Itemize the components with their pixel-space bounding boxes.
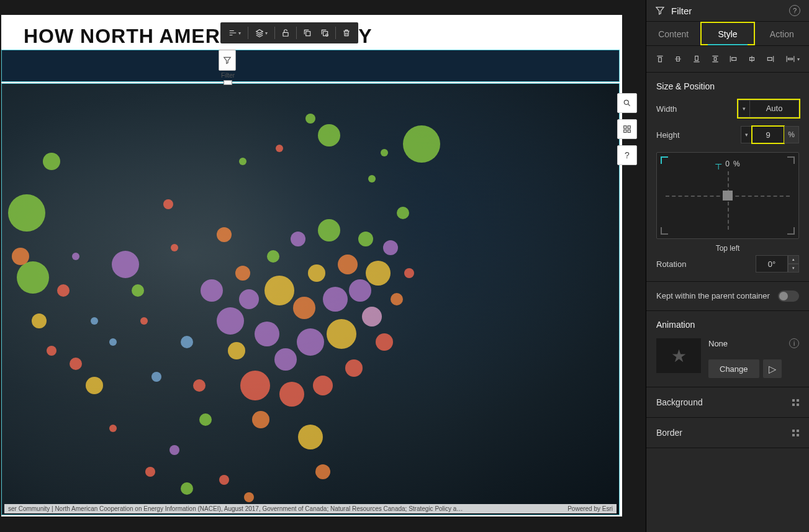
filter-icon[interactable] (219, 50, 236, 71)
map-bubble (318, 219, 340, 241)
anchor-top-left[interactable] (661, 156, 668, 164)
rotation-input[interactable] (756, 255, 788, 273)
height-input[interactable] (752, 126, 784, 143)
section-background[interactable]: Background (646, 387, 809, 418)
map-bubble (140, 317, 148, 325)
map-bubble (151, 372, 161, 382)
rotation-label: Rotation (656, 259, 756, 269)
design-canvas: HOW NORTH AMERICA ECTRICITY Filter ▾ ▾ s… (0, 0, 646, 532)
align-icon[interactable]: ▾ (224, 25, 245, 41)
height-unit[interactable]: % (784, 126, 799, 143)
map-bubble (349, 279, 371, 302)
map-bubble (217, 307, 244, 335)
align-right-icon[interactable] (762, 51, 779, 67)
anchor-top-right[interactable] (787, 156, 795, 164)
keep-within-toggle[interactable] (778, 291, 799, 302)
map-bubble (112, 251, 139, 278)
align-bottom-icon[interactable] (688, 51, 705, 67)
expand-grid-icon (792, 430, 799, 436)
map-bubble (240, 371, 270, 400)
anchor-bottom-left[interactable] (661, 227, 668, 235)
map-bubble (327, 319, 356, 349)
section-animation: Animation ★ None i Change ▷ (646, 311, 809, 387)
map-bubble (267, 250, 279, 263)
height-field[interactable]: ▾ % (741, 126, 799, 143)
map-bubble (313, 376, 333, 395)
selected-header-band[interactable] (1, 50, 620, 82)
info-icon[interactable]: i (789, 338, 799, 348)
map-bubble (57, 284, 70, 297)
map-bubble (43, 153, 60, 170)
map-bubble (297, 328, 324, 356)
map-bubble (145, 467, 155, 477)
width-value[interactable]: Auto (749, 100, 799, 117)
filter-widget-label: Filter (219, 72, 237, 79)
play-icon[interactable]: ▷ (763, 359, 782, 378)
map-bubble (403, 125, 440, 163)
align-hcenter-icon[interactable] (743, 51, 761, 67)
align-vcenter-icon[interactable] (670, 51, 687, 67)
spinner-down-icon[interactable]: ▾ (788, 264, 799, 273)
change-animation-button[interactable]: Change (708, 359, 759, 378)
anchor-label: Top left (656, 244, 799, 253)
map-bubble (383, 240, 398, 255)
duplicate-settings-icon[interactable] (317, 25, 333, 41)
align-stretch-v-icon[interactable] (707, 51, 724, 67)
width-label: Width (656, 104, 738, 114)
chevron-down-icon[interactable]: ▾ (741, 126, 752, 143)
map-bubble (279, 382, 304, 407)
help-icon[interactable]: ? (617, 145, 637, 165)
map-bubble (109, 425, 117, 432)
height-label: Height (656, 130, 741, 140)
help-icon[interactable]: ? (789, 5, 800, 16)
unlock-icon[interactable] (278, 25, 294, 41)
search-icon[interactable] (617, 93, 637, 113)
map-bubble (70, 358, 82, 370)
map-bubble (32, 313, 47, 328)
anchor-indicator-icon: ┬ (715, 159, 721, 169)
tab-style[interactable]: Style (700, 22, 754, 45)
map-bubble (199, 413, 212, 426)
duplicate-icon[interactable] (299, 25, 315, 41)
map-bubble (318, 124, 340, 147)
spinner-up-icon[interactable]: ▴ (788, 255, 799, 264)
align-full-width-icon[interactable]: ▾ (780, 51, 804, 67)
map-bubble (391, 293, 403, 305)
tab-action[interactable]: Action (755, 22, 809, 45)
map-tools: ? (617, 93, 637, 165)
map-bubble (8, 194, 45, 232)
chevron-down-icon[interactable]: ▾ (738, 100, 749, 117)
filter-widget[interactable]: Filter (219, 50, 237, 85)
map-widget[interactable]: ser Community | North American Cooperati… (1, 83, 620, 515)
svg-rect-6 (628, 126, 630, 128)
map-bubble (252, 411, 269, 428)
map-bubble (298, 425, 323, 449)
rotation-field[interactable]: ▴ ▾ (756, 255, 799, 273)
layers-icon[interactable]: ▾ (251, 25, 272, 41)
delete-icon[interactable] (338, 25, 355, 41)
map-bubble (358, 232, 373, 246)
map-bubble (293, 297, 315, 319)
svg-rect-2 (323, 32, 328, 36)
anchor-bottom-right[interactable] (787, 227, 795, 235)
map-bubble (305, 114, 315, 124)
align-left-icon[interactable] (725, 51, 743, 67)
width-field[interactable]: ▾ Auto (738, 100, 799, 117)
section-size-position: Size & Position Width ▾ Auto Height ▾ % (646, 73, 809, 282)
animation-thumbnail: ★ (656, 338, 701, 373)
map-bubble (193, 379, 206, 392)
map-bubble (381, 149, 388, 156)
position-handle[interactable] (723, 191, 733, 201)
position-anchor-box[interactable]: ┬ 0 % (656, 152, 799, 239)
map-bubble (276, 145, 283, 152)
map-bubble (91, 317, 98, 325)
map-bubble (404, 268, 414, 278)
resize-handle[interactable] (224, 80, 232, 85)
section-border[interactable]: Border (646, 418, 809, 448)
map-bubble (163, 199, 173, 209)
filter-icon (655, 6, 665, 16)
tab-content[interactable]: Content (646, 22, 700, 45)
align-top-icon[interactable] (651, 51, 669, 67)
map-bubble (345, 359, 363, 377)
legend-grid-icon[interactable] (617, 119, 637, 139)
